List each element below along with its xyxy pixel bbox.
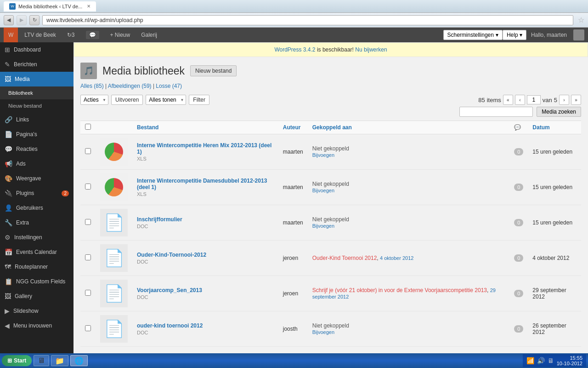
sidebar-item-extra[interactable]: 🔧 Extra bbox=[0, 215, 74, 230]
sidebar-item-routeplanner[interactable]: 🗺 Routeplanner bbox=[0, 259, 74, 274]
table-body: Interne Wintercompetitie Heren Mix 2012-… bbox=[80, 134, 581, 347]
row-checkbox[interactable] bbox=[85, 290, 91, 296]
not-linked-text: Niet gekoppeld bbox=[312, 145, 349, 152]
file-name-link[interactable]: ouder-kind toernooi 2012 bbox=[137, 322, 203, 329]
comment-count: 0 bbox=[514, 184, 523, 191]
header-comments[interactable]: 💬 bbox=[509, 121, 528, 134]
last-page-button[interactable]: » bbox=[571, 95, 581, 105]
bookmark-icon[interactable]: ☆ bbox=[578, 16, 584, 24]
sidebar-item-instellingen[interactable]: ⚙ Instellingen bbox=[0, 230, 74, 245]
row-checkbox[interactable] bbox=[85, 254, 91, 260]
sidebar-label-links: Links bbox=[16, 116, 29, 123]
taskbar-app-1[interactable]: 🖥 bbox=[34, 355, 49, 366]
page-number-input[interactable] bbox=[527, 95, 541, 104]
taskbar-app-2[interactable]: 📁 bbox=[51, 355, 68, 366]
next-page-button[interactable]: › bbox=[559, 95, 569, 105]
wp-logo-button[interactable]: W bbox=[4, 28, 18, 42]
user-greeting[interactable]: Hallo, maarten bbox=[526, 28, 571, 42]
reload-button[interactable]: ↻ bbox=[29, 15, 40, 25]
row-thumbnail: 📄 bbox=[100, 209, 128, 236]
comments-bubble: 💬 bbox=[86, 31, 99, 39]
header-auteur[interactable]: Auteur bbox=[278, 121, 308, 134]
sidebar-item-gallery[interactable]: 🖼 Gallery bbox=[0, 289, 74, 304]
browser-tab[interactable]: W Media bibliotheek ‹ LTV de... ✕ bbox=[4, 1, 96, 12]
post-link[interactable]: Ouder-Kind Toernooi 2012 bbox=[312, 255, 377, 261]
sidebar-item-ngg-custom-fields[interactable]: 📋 NGG Custom Fields bbox=[0, 274, 74, 289]
wp-version-link[interactable]: WordPress 3.4.2 bbox=[274, 46, 315, 53]
sidebar-item-nieuw-bestand[interactable]: Nieuw bestand bbox=[0, 99, 74, 112]
attach-link[interactable]: Bijvoegen bbox=[312, 188, 334, 193]
screen-settings-button[interactable]: Scherminstellingen ▾ bbox=[443, 30, 503, 40]
back-button[interactable]: ◀ bbox=[4, 15, 14, 25]
sidebar-item-reacties[interactable]: 💬 Reacties bbox=[0, 142, 74, 156]
start-button[interactable]: ⊞ Start bbox=[2, 355, 32, 366]
start-label: Start bbox=[14, 357, 26, 364]
row-checkbox[interactable] bbox=[85, 148, 91, 154]
taskbar-app-browser[interactable]: 🌐 bbox=[70, 355, 88, 366]
search-button[interactable]: Media zoeken bbox=[537, 107, 581, 117]
update-now-link[interactable]: Nu bijwerken bbox=[355, 46, 387, 53]
row-checkbox[interactable] bbox=[85, 219, 91, 225]
file-name-link[interactable]: Interne Wintercompetitie Heren Mix 2012-… bbox=[137, 142, 271, 155]
new-content-button[interactable]: + Nieuw bbox=[106, 28, 135, 42]
sidebar-item-slideshow[interactable]: ▶ Slideshow bbox=[0, 304, 74, 318]
media-icon: 🖼 bbox=[5, 75, 11, 83]
acties-dropdown[interactable]: Acties bbox=[80, 95, 108, 105]
row-checkbox[interactable] bbox=[85, 325, 91, 331]
file-name-link[interactable]: Interne Wintercompetitie Damesdubbel 201… bbox=[137, 178, 267, 190]
sidebar-item-paginas[interactable]: 📄 Pagina's bbox=[0, 127, 74, 142]
header-bestand[interactable]: Bestand bbox=[132, 121, 278, 134]
sidebar-item-dashboard[interactable]: ⊞ Dashboard bbox=[0, 42, 74, 57]
filter-button[interactable]: Filter bbox=[189, 95, 209, 105]
sidebar-item-plugins[interactable]: 🔌 Plugins 2 bbox=[0, 186, 74, 201]
header-checkbox[interactable] bbox=[80, 121, 96, 134]
attach-link[interactable]: Bijvoegen bbox=[312, 223, 334, 229]
post-link[interactable]: Schrijf je (vóór 21 oktober) in voor de … bbox=[312, 287, 487, 293]
clock-time: 15:55 bbox=[557, 355, 582, 361]
sidebar-item-menu-invouwen[interactable]: ◀ Menu invouwen bbox=[0, 318, 74, 333]
filter-loose-link[interactable]: Losse (47) bbox=[156, 83, 182, 89]
pie-chart-icon bbox=[105, 143, 123, 161]
post-date-link[interactable]: 4 oktober 2012 bbox=[380, 255, 413, 261]
filter-all-link[interactable]: Alles (85) bbox=[80, 83, 104, 89]
sidebar-item-events-calendar[interactable]: 📅 Events Calendar bbox=[0, 245, 74, 259]
first-page-button[interactable]: « bbox=[503, 95, 513, 105]
file-name-link[interactable]: Inschrijfformulier bbox=[137, 216, 182, 223]
search-input[interactable] bbox=[459, 107, 533, 117]
row-checkbox[interactable] bbox=[85, 184, 91, 190]
row-comments-cell: 0 bbox=[509, 311, 528, 347]
file-name-link[interactable]: Voorjaarcomp_Sen_2013 bbox=[137, 287, 202, 293]
uitvoeren-button[interactable]: Uitvoeren bbox=[111, 95, 143, 105]
file-name-link[interactable]: Ouder-Kind-Toernooi-2012 bbox=[137, 252, 206, 258]
filter-images-link[interactable]: Afbeeldingen (59) bbox=[108, 83, 152, 89]
sidebar-item-weergave[interactable]: 🎨 Weergave bbox=[0, 171, 74, 186]
header-gekoppeld[interactable]: Gekoppeld aan bbox=[308, 121, 509, 134]
row-author-cell: joosth bbox=[278, 311, 308, 347]
updates-button[interactable]: ↻ 3 bbox=[62, 28, 79, 42]
comments-button[interactable]: 💬 bbox=[81, 28, 104, 42]
sidebar-item-bibliotheek[interactable]: Bibliotheek bbox=[0, 86, 74, 99]
prev-page-button[interactable]: ‹ bbox=[515, 95, 525, 105]
tab-close-button[interactable]: ✕ bbox=[87, 4, 90, 9]
address-bar[interactable]: www.ltvdebeek.nl/wp-admin/upload.php bbox=[42, 15, 573, 25]
row-linked-cell: Niet gekoppeld Bijvoegen bbox=[308, 205, 509, 241]
alles-tonen-dropdown[interactable]: Alles tonen bbox=[146, 95, 186, 105]
forward-button[interactable]: ▶ bbox=[17, 15, 27, 25]
site-name-button[interactable]: LTV de Beek bbox=[20, 28, 60, 42]
sidebar-item-media[interactable]: 🖼 Media bbox=[0, 72, 74, 86]
media-table-wrapper: Bestand Auteur Gekoppeld aan 💬 Datum Int… bbox=[74, 121, 588, 347]
attach-link[interactable]: Bijvoegen bbox=[312, 329, 334, 335]
new-file-button[interactable]: Nieuw bestand bbox=[190, 65, 237, 76]
sidebar-item-ads[interactable]: 📢 Ads bbox=[0, 156, 74, 171]
sidebar-item-gebruikers[interactable]: 👤 Gebruikers bbox=[0, 201, 74, 215]
gallery-button[interactable]: Galerij bbox=[136, 28, 162, 42]
header-datum[interactable]: Datum bbox=[528, 121, 581, 134]
sidebar-item-berichten[interactable]: ✎ Berichten bbox=[0, 57, 74, 72]
table-row: Interne Wintercompetitie Damesdubbel 201… bbox=[80, 170, 581, 205]
not-linked-text: Niet gekoppeld bbox=[312, 181, 349, 187]
help-button[interactable]: Help ▾ bbox=[503, 30, 526, 40]
sidebar-item-links[interactable]: 🔗 Links bbox=[0, 112, 74, 127]
sidebar-label-ads: Ads bbox=[16, 161, 26, 167]
attach-link[interactable]: Bijvoegen bbox=[312, 152, 334, 158]
select-all-checkbox[interactable] bbox=[85, 124, 91, 130]
